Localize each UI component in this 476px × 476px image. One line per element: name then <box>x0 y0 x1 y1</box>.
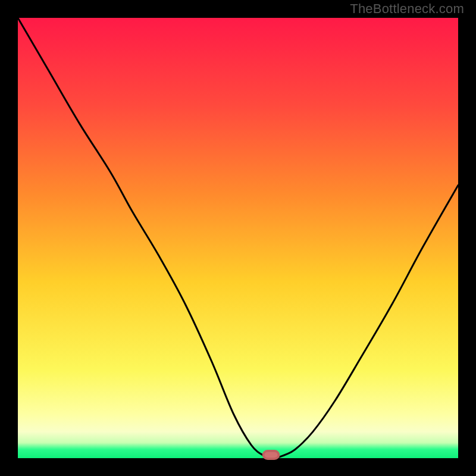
curve-layer <box>18 18 458 458</box>
optimal-marker <box>264 451 279 459</box>
watermark-text: TheBottleneck.com <box>350 1 464 17</box>
plot-area <box>18 18 458 458</box>
chart-frame: TheBottleneck.com <box>0 0 476 476</box>
bottleneck-curve <box>18 18 458 458</box>
